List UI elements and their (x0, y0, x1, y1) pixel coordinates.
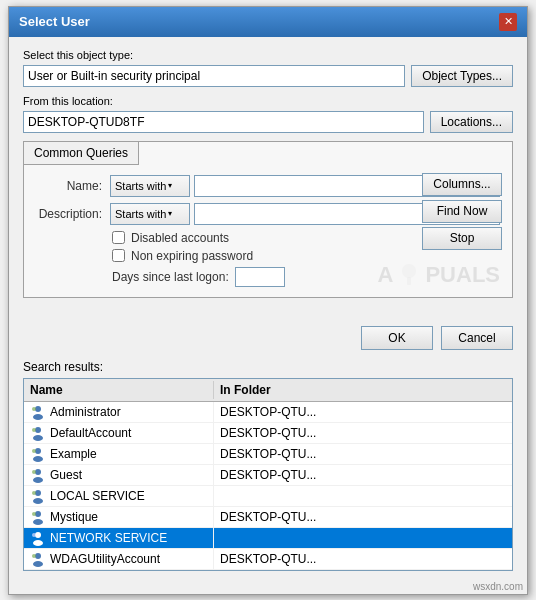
close-button[interactable]: ✕ (499, 13, 517, 31)
svg-point-25 (33, 561, 43, 567)
results-header: Name In Folder (24, 379, 512, 402)
non-expiring-row: Non expiring password (36, 249, 500, 263)
result-folder-cell: DESKTOP-QTU... (214, 508, 512, 526)
user-icon (30, 551, 46, 567)
col-folder-header: In Folder (214, 381, 512, 399)
object-type-row: Object Types... (23, 65, 513, 87)
result-name-cell: NETWORK SERVICE (24, 528, 214, 548)
table-row[interactable]: DefaultAccountDESKTOP-QTU... (24, 423, 512, 444)
panel-content: Name: Starts with ▾ Description: Starts … (24, 165, 512, 297)
result-folder-cell (214, 494, 512, 498)
result-name: LOCAL SERVICE (50, 489, 145, 503)
desc-filter-select[interactable]: Starts with ▾ (110, 203, 190, 225)
location-input[interactable] (23, 111, 424, 133)
svg-point-5 (32, 407, 36, 411)
result-name: Administrator (50, 405, 121, 419)
user-icon (30, 446, 46, 462)
svg-point-13 (33, 477, 43, 483)
col-name-header: Name (24, 381, 214, 399)
user-icon (30, 530, 46, 546)
name-filter-arrow: ▾ (168, 181, 172, 190)
result-name-cell: Example (24, 444, 214, 464)
location-label: From this location: (23, 95, 513, 107)
table-row[interactable]: NETWORK SERVICE (24, 528, 512, 549)
dialog-body: Select this object type: Object Types...… (9, 37, 527, 320)
common-queries-panel: Common Queries Name: Starts with ▾ Descr… (23, 141, 513, 298)
svg-point-17 (32, 491, 36, 495)
user-icon (30, 509, 46, 525)
user-icon (30, 488, 46, 504)
days-logon-row: Days since last logon: (36, 267, 500, 287)
disabled-accounts-label: Disabled accounts (131, 231, 229, 245)
object-types-button[interactable]: Object Types... (411, 65, 513, 87)
result-folder-cell: DESKTOP-QTU... (214, 403, 512, 421)
result-folder-cell: DESKTOP-QTU... (214, 466, 512, 484)
wsxdn-label: wsxdn.com (9, 581, 527, 594)
table-row[interactable]: AdministratorDESKTOP-QTU... (24, 402, 512, 423)
search-results-label: Search results: (9, 360, 527, 378)
columns-button[interactable]: Columns... (422, 173, 502, 196)
object-type-input[interactable] (23, 65, 405, 87)
table-row[interactable]: ExampleDESKTOP-QTU... (24, 444, 512, 465)
user-icon (30, 425, 46, 441)
name-label: Name: (36, 179, 106, 193)
cancel-button[interactable]: Cancel (441, 326, 513, 350)
common-queries-tab[interactable]: Common Queries (24, 142, 139, 165)
svg-point-16 (33, 498, 43, 504)
result-name-cell: LOCAL SERVICE (24, 486, 214, 506)
dialog-footer: OK Cancel (9, 320, 527, 360)
ok-button[interactable]: OK (361, 326, 433, 350)
result-name-cell: Guest (24, 465, 214, 485)
stop-button[interactable]: Stop (422, 227, 502, 250)
result-name: Example (50, 447, 97, 461)
user-icon (30, 467, 46, 483)
object-type-label: Select this object type: (23, 49, 513, 61)
action-buttons: Columns... Find Now Stop (422, 173, 502, 250)
svg-point-19 (33, 519, 43, 525)
svg-point-20 (32, 512, 36, 516)
result-name: Mystique (50, 510, 98, 524)
locations-button[interactable]: Locations... (430, 111, 513, 133)
svg-point-10 (33, 456, 43, 462)
result-name: NETWORK SERVICE (50, 531, 167, 545)
svg-point-22 (33, 540, 43, 546)
svg-point-14 (32, 470, 36, 474)
result-name-cell: Administrator (24, 402, 214, 422)
days-logon-label: Days since last logon: (112, 270, 229, 284)
result-name: Guest (50, 468, 82, 482)
table-row[interactable]: WDAGUtilityAccountDESKTOP-QTU... (24, 549, 512, 570)
svg-point-7 (33, 435, 43, 441)
result-name-cell: WDAGUtilityAccount (24, 549, 214, 569)
table-row[interactable]: MystiqueDESKTOP-QTU... (24, 507, 512, 528)
results-table[interactable]: Name In Folder AdministratorDESKTOP-QTU.… (23, 378, 513, 571)
description-label: Description: (36, 207, 106, 221)
table-row[interactable]: GuestDESKTOP-QTU... (24, 465, 512, 486)
name-filter-select[interactable]: Starts with ▾ (110, 175, 190, 197)
location-row: Locations... (23, 111, 513, 133)
select-user-dialog: Select User ✕ Select this object type: O… (8, 6, 528, 595)
svg-point-23 (32, 533, 36, 537)
result-name-cell: Mystique (24, 507, 214, 527)
result-folder-cell: DESKTOP-QTU... (214, 445, 512, 463)
non-expiring-label: Non expiring password (131, 249, 253, 263)
svg-point-11 (32, 449, 36, 453)
result-name: WDAGUtilityAccount (50, 552, 160, 566)
desc-filter-value: Starts with (115, 208, 166, 220)
result-folder-cell: DESKTOP-QTU... (214, 550, 512, 568)
title-bar: Select User ✕ (9, 7, 527, 37)
result-folder-cell (214, 536, 512, 540)
days-logon-input[interactable] (235, 267, 285, 287)
non-expiring-checkbox[interactable] (112, 249, 125, 262)
find-now-button[interactable]: Find Now (422, 200, 502, 223)
svg-point-4 (33, 414, 43, 420)
result-name-cell: DefaultAccount (24, 423, 214, 443)
table-row[interactable]: LOCAL SERVICE (24, 486, 512, 507)
disabled-accounts-checkbox[interactable] (112, 231, 125, 244)
results-body: AdministratorDESKTOP-QTU... DefaultAccou… (24, 402, 512, 570)
dialog-title: Select User (19, 14, 90, 29)
result-name: DefaultAccount (50, 426, 131, 440)
desc-filter-arrow: ▾ (168, 209, 172, 218)
user-icon (30, 404, 46, 420)
svg-point-26 (32, 554, 36, 558)
name-filter-value: Starts with (115, 180, 166, 192)
